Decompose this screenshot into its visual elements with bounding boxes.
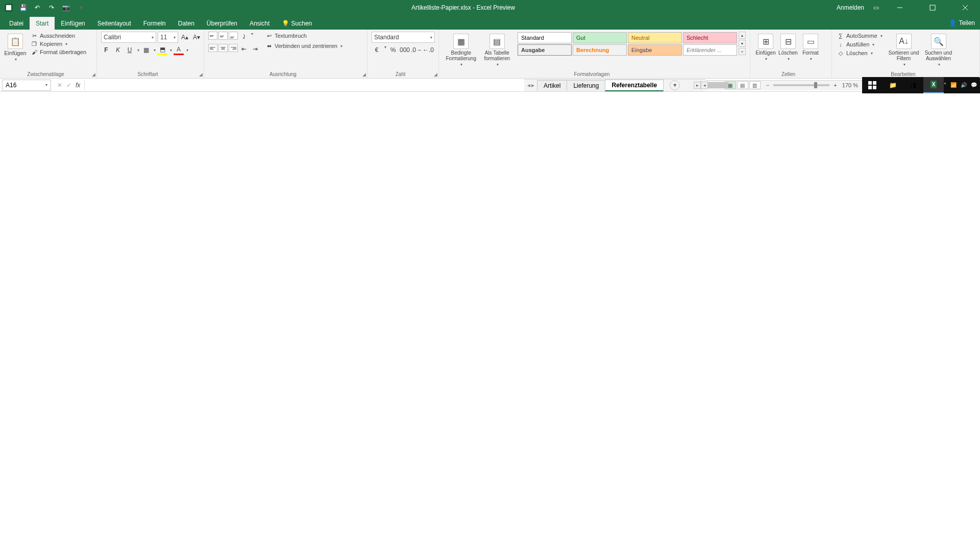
find-select-button[interactable]: 🔍Suchen und Auswählen▾	[921, 32, 956, 67]
copy-button[interactable]: ❐Kopieren▾	[30, 40, 87, 48]
tab-ansicht[interactable]: Ansicht	[243, 17, 276, 30]
format-as-table-button[interactable]: ▤ Als Tabelle formatieren▾	[479, 32, 516, 67]
file-explorer-button[interactable]: 📁	[883, 77, 903, 93]
sheet-tab-lieferung[interactable]: Lieferung	[567, 80, 605, 91]
tab-formeln[interactable]: Formeln	[137, 17, 172, 30]
tray-network-icon[interactable]: 📶	[950, 82, 957, 88]
wrap-text-button[interactable]: ↩Textumbruch	[264, 32, 344, 40]
align-right-icon[interactable]	[229, 44, 238, 52]
undo-icon[interactable]: ↶	[33, 3, 42, 12]
page-layout-view-button[interactable]: ▤	[737, 81, 748, 89]
autosum-button[interactable]: ∑AutoSumme▾	[836, 32, 884, 40]
maximize-button[interactable]	[921, 0, 944, 15]
paste-button[interactable]: 📋 Einfügen ▾	[4, 32, 27, 62]
scroll-thumb[interactable]	[708, 82, 728, 88]
camera-icon[interactable]: 📷	[61, 3, 70, 12]
clear-button[interactable]: ◇Löschen▾	[836, 49, 884, 57]
zoom-level[interactable]: 170 %	[842, 82, 858, 88]
sheet-tab-artikel[interactable]: Artikel	[537, 80, 567, 91]
align-bottom-icon[interactable]	[229, 32, 238, 40]
fill-color-button[interactable]: ⬒	[157, 45, 167, 55]
share-button[interactable]: 👤 Teilen	[944, 16, 980, 30]
tab-seitenlayout[interactable]: Seitenlayout	[91, 17, 137, 30]
sheet-nav-first-icon[interactable]: ◂	[527, 82, 530, 89]
font-select[interactable]: Calibri▾	[101, 32, 156, 43]
style-eingabe[interactable]: Eingabe	[628, 44, 682, 56]
decimal-increase-icon[interactable]: .0→	[411, 45, 422, 55]
enter-formula-icon[interactable]: ✓	[66, 82, 71, 89]
style-gut[interactable]: Gut	[573, 32, 627, 43]
launcher-icon[interactable]: ◢	[362, 72, 366, 77]
style-schlecht[interactable]: Schlecht	[683, 32, 737, 43]
font-size-select[interactable]: 11▾	[158, 32, 178, 43]
percent-icon[interactable]: %	[388, 45, 398, 55]
launcher-icon[interactable]: ◢	[199, 72, 203, 77]
orientation-icon[interactable]: ⤸	[239, 32, 249, 42]
align-middle-icon[interactable]	[218, 32, 228, 40]
style-berechnung[interactable]: Berechnung	[573, 44, 627, 56]
fill-button[interactable]: ↓Ausfüllen▾	[836, 40, 884, 48]
name-box[interactable]: A16▾	[2, 80, 51, 91]
zoom-in-button[interactable]: +	[834, 82, 837, 88]
close-button[interactable]	[953, 0, 977, 15]
increase-font-icon[interactable]: A▴	[180, 32, 190, 42]
scroll-left-icon[interactable]: ◂	[701, 82, 708, 89]
border-button[interactable]: ▦	[141, 45, 151, 55]
style-erklaerender[interactable]: Erklärender ...	[683, 44, 737, 56]
cut-button[interactable]: ✂Ausschneiden	[30, 32, 87, 40]
tab-datei[interactable]: Datei	[3, 17, 30, 30]
thousands-icon[interactable]: 000	[400, 45, 410, 55]
qat-more-icon[interactable]: ▾	[77, 3, 86, 12]
zoom-slider[interactable]	[773, 84, 829, 86]
signin-link[interactable]: Anmelden	[837, 4, 864, 11]
horizontal-scrollbar[interactable]: ◂ ▸	[700, 81, 701, 89]
styles-up-icon[interactable]: ▴	[739, 32, 746, 39]
tell-me[interactable]: 💡 Suchen	[276, 17, 318, 30]
tray-sound-icon[interactable]: 🔊	[961, 82, 967, 88]
style-standard[interactable]: Standard	[518, 32, 572, 43]
currency-icon[interactable]: €	[372, 45, 382, 55]
conditional-format-button[interactable]: ▦ Bedingte Formatierung▾	[443, 32, 479, 67]
excel-taskbar-button[interactable]: X	[923, 77, 944, 93]
ribbon-display-icon[interactable]: ▭	[873, 4, 879, 11]
insert-cells-button[interactable]: ⊞Einfügen▾	[754, 32, 777, 61]
indent-increase-icon[interactable]: ⇥	[250, 44, 260, 54]
tab-ueberpruefen[interactable]: Überprüfen	[201, 17, 243, 30]
fx-icon[interactable]: fx	[76, 82, 80, 89]
decrease-font-icon[interactable]: A▾	[191, 32, 202, 42]
style-neutral[interactable]: Neutral	[628, 32, 682, 43]
sheet-nav-last-icon[interactable]: ▸	[531, 82, 534, 89]
cancel-formula-icon[interactable]: ✕	[57, 82, 62, 89]
number-format-select[interactable]: Standard▾	[372, 32, 435, 43]
tab-daten[interactable]: Daten	[172, 17, 201, 30]
underline-button[interactable]: U	[125, 45, 135, 55]
zoom-thumb[interactable]	[814, 82, 817, 88]
style-ausgabe[interactable]: Ausgabe	[518, 44, 572, 56]
indent-decrease-icon[interactable]: ⇤	[239, 44, 249, 54]
styles-down-icon[interactable]: ▾	[739, 40, 746, 47]
sheet-tab-referenztabelle[interactable]: Referenztabelle	[605, 80, 664, 91]
tab-start[interactable]: Start	[30, 17, 55, 30]
launcher-icon[interactable]: ◢	[434, 72, 437, 77]
delete-cells-button[interactable]: ⊟Löschen▾	[777, 32, 799, 61]
format-painter-button[interactable]: 🖌Format übertragen	[30, 48, 87, 56]
decimal-decrease-icon[interactable]: ←.0	[423, 45, 433, 55]
sort-filter-button[interactable]: A↓Sortieren und Filtern▾	[887, 32, 921, 67]
add-sheet-button[interactable]: +	[670, 80, 680, 90]
tray-notifications-icon[interactable]: 💬	[971, 82, 977, 88]
tray-up-icon[interactable]: ˄	[944, 82, 946, 88]
italic-button[interactable]: K	[113, 45, 123, 55]
bold-button[interactable]: F	[101, 45, 111, 55]
align-top-icon[interactable]	[208, 32, 217, 40]
formula-input[interactable]	[84, 80, 524, 91]
save-icon[interactable]: 💾	[18, 3, 28, 12]
format-cells-button[interactable]: ▭Format▾	[799, 32, 822, 61]
zoom-out-button[interactable]: −	[766, 82, 769, 88]
minimize-button[interactable]	[888, 0, 912, 15]
page-break-view-button[interactable]: ▥	[749, 81, 761, 89]
redo-icon[interactable]: ↷	[47, 3, 56, 12]
align-left-icon[interactable]	[208, 44, 217, 52]
taskbar-app-button[interactable]: ◨	[903, 77, 923, 93]
align-center-icon[interactable]	[218, 44, 228, 52]
scroll-right-icon[interactable]: ▸	[694, 82, 701, 89]
